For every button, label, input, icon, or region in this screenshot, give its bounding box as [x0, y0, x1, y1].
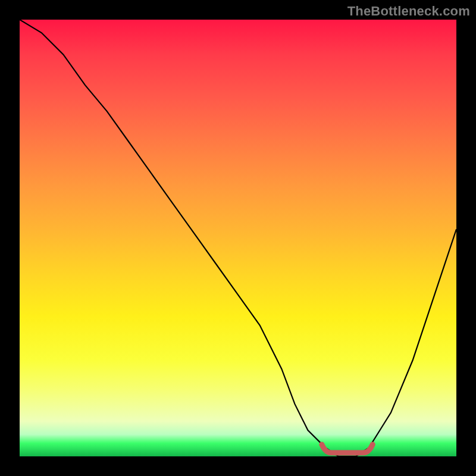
plot-area [20, 20, 456, 456]
valley-marker [322, 444, 372, 453]
bottleneck-curve [20, 20, 456, 456]
chart-frame: TheBottleneck.com [0, 0, 476, 476]
curve-path [20, 20, 456, 456]
watermark-text: TheBottleneck.com [347, 4, 470, 19]
